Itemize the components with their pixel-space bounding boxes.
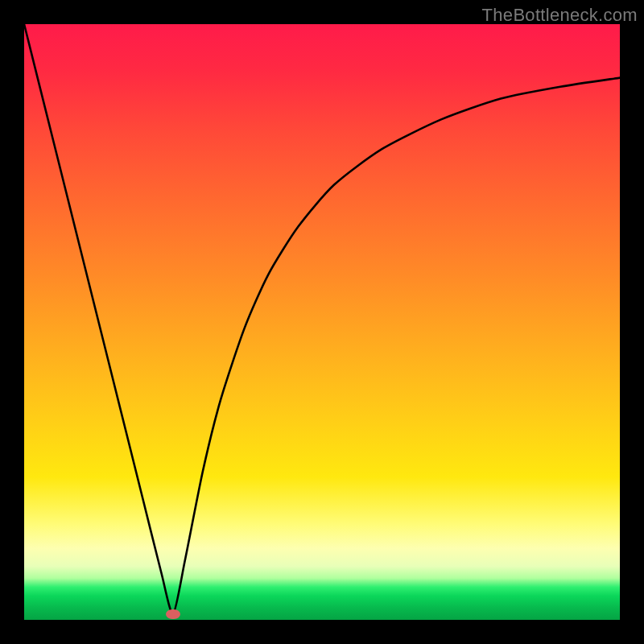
bottleneck-curve bbox=[24, 24, 620, 620]
plot-area bbox=[24, 24, 620, 620]
chart-frame: TheBottleneck.com bbox=[0, 0, 644, 644]
watermark-text: TheBottleneck.com bbox=[482, 5, 638, 26]
minimum-marker bbox=[166, 609, 180, 619]
